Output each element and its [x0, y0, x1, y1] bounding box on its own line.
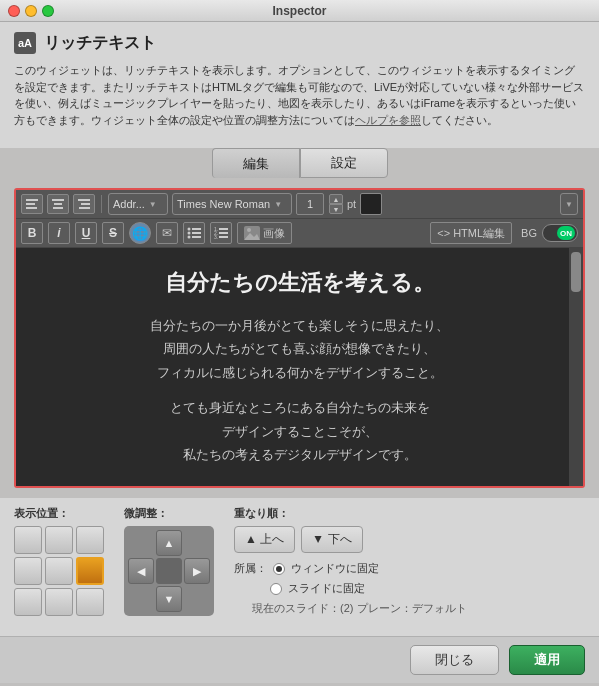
pos-btn-mc[interactable] [45, 557, 73, 585]
align-left-button[interactable] [21, 194, 43, 214]
bottom-section: 表示位置： 微調整： ▲ ◀ ▶ [0, 498, 599, 636]
pt-label: pt [347, 198, 356, 210]
align-center-button[interactable] [47, 194, 69, 214]
nudge-corner-br [184, 586, 210, 612]
nudge-left-button[interactable]: ◀ [128, 558, 154, 584]
strikethrough-button[interactable]: S [102, 222, 124, 244]
maximize-window-button[interactable] [42, 5, 54, 17]
toolbar-row1: Addr... ▼ Times New Roman ▼ 1 ▲ ▼ pt ▼ [16, 190, 583, 219]
window-controls[interactable] [8, 5, 54, 17]
svg-point-11 [188, 232, 191, 235]
position-grid [14, 526, 104, 616]
nudge-corner-bl [128, 586, 154, 612]
svg-rect-3 [52, 199, 64, 201]
svg-rect-4 [54, 203, 62, 205]
svg-rect-6 [78, 199, 90, 201]
svg-point-22 [247, 228, 251, 232]
pos-btn-tl[interactable] [14, 526, 42, 554]
nudge-corner-tr [184, 530, 210, 556]
align-right-button[interactable] [73, 194, 95, 214]
help-link[interactable]: ヘルプを参照 [355, 114, 421, 126]
toggle-knob: ON [557, 226, 575, 240]
close-button[interactable]: 閉じる [410, 645, 499, 675]
content-line-4: とても身近なところにある自分たちの未来を [150, 396, 449, 419]
overlap-label: 重なり順： [234, 506, 585, 521]
down-arrow-icon: ▲ [312, 533, 324, 547]
font-select[interactable]: Times New Roman ▼ [172, 193, 292, 215]
content-title: 自分たちの生活を考える。 [165, 268, 435, 298]
globe-icon: 🌐 [132, 226, 148, 241]
bold-button[interactable]: B [21, 222, 43, 244]
link-button[interactable]: 🌐 [129, 222, 151, 244]
belong-row-slide: スライドに固定 [270, 581, 585, 596]
radio-slide-fixed[interactable] [270, 583, 282, 595]
tab-edit[interactable]: 編集 [212, 148, 300, 178]
pos-btn-ml[interactable] [14, 557, 42, 585]
content-wrapper: 自分たちの生活を考える。 自分たちの一か月後がとても楽しそうに思えたり、 周囲の… [16, 248, 583, 486]
pos-btn-mr[interactable] [76, 557, 104, 585]
code-icon: <> [437, 227, 450, 239]
address-select[interactable]: Addr... ▼ [108, 193, 168, 215]
svg-rect-12 [192, 232, 201, 234]
position-label: 表示位置： [14, 506, 104, 521]
nudge-down-button[interactable]: ▼ [156, 586, 182, 612]
content-line-2: 周囲の人たちがとても喜ぶ顔が想像できたり、 [150, 337, 449, 360]
nudge-up-button[interactable]: ▲ [156, 530, 182, 556]
close-window-button[interactable] [8, 5, 20, 17]
position-section: 表示位置： [14, 506, 104, 616]
style-select[interactable]: ▼ [560, 193, 578, 215]
image-insert-button[interactable]: 画像 [237, 222, 292, 244]
svg-rect-1 [26, 203, 35, 205]
content-line-5: デザインすることこそが、 [150, 420, 449, 443]
nudge-right-button[interactable]: ▶ [184, 558, 210, 584]
svg-rect-5 [53, 207, 63, 209]
ordered-list-button[interactable]: 1. 2. 3. [210, 222, 232, 244]
scrollbar[interactable] [569, 248, 583, 486]
overlap-up-button[interactable]: ▲ 上へ [234, 526, 295, 553]
apply-button[interactable]: 適用 [509, 645, 585, 675]
color-picker[interactable] [360, 193, 382, 215]
window-fixed-label: ウィンドウに固定 [291, 561, 379, 576]
scrollbar-thumb[interactable] [571, 252, 581, 292]
svg-rect-8 [79, 207, 90, 209]
content-body: 自分たちの一か月後がとても楽しそうに思えたり、 周囲の人たちがとても喜ぶ顔が想像… [150, 314, 449, 466]
pos-btn-br[interactable] [76, 588, 104, 616]
bg-toggle[interactable]: ON [542, 224, 578, 242]
svg-rect-0 [26, 199, 38, 201]
chevron-down-icon: ▼ [274, 200, 282, 209]
tab-settings[interactable]: 設定 [300, 148, 388, 178]
radio-window-fixed[interactable] [273, 563, 285, 575]
rich-text-content[interactable]: 自分たちの生活を考える。 自分たちの一か月後がとても楽しそうに思えたり、 周囲の… [16, 248, 583, 486]
bg-label: BG [521, 227, 537, 239]
slide-fixed-label: スライドに固定 [288, 581, 365, 596]
chevron-down-icon: ▼ [149, 200, 157, 209]
panel-icon: aA [14, 32, 36, 54]
slide-info: 現在のスライド：(2) プレーン：デフォルト [252, 601, 585, 616]
overlap-section: 重なり順： ▲ 上へ ▲ ▲ 下へ 下へ 所属： ウィンドウに固定 スライドに固… [234, 506, 585, 616]
nudge-pad: ▲ ◀ ▶ ▼ [124, 526, 214, 616]
nudge-section: 微調整： ▲ ◀ ▶ ▼ [124, 506, 214, 616]
svg-rect-20 [219, 236, 228, 238]
unordered-list-button[interactable] [183, 222, 205, 244]
underline-button[interactable]: U [75, 222, 97, 244]
email-button[interactable]: ✉ [156, 222, 178, 244]
pos-btn-bc[interactable] [45, 588, 73, 616]
svg-rect-10 [192, 228, 201, 230]
font-size-stepper[interactable]: ▲ ▼ [329, 194, 343, 214]
overlap-buttons: ▲ 上へ ▲ ▲ 下へ 下へ [234, 526, 585, 553]
pos-btn-tr[interactable] [76, 526, 104, 554]
content-line-6: 私たちの考えるデジタルデザインです。 [150, 443, 449, 466]
pos-btn-tc[interactable] [45, 526, 73, 554]
overlap-down-button[interactable]: ▲ ▲ 下へ 下へ [301, 526, 363, 553]
italic-button[interactable]: i [48, 222, 70, 244]
minimize-window-button[interactable] [25, 5, 37, 17]
pos-btn-bl[interactable] [14, 588, 42, 616]
belong-row-window: 所属： ウィンドウに固定 [234, 561, 585, 576]
stepper-down-button[interactable]: ▼ [329, 204, 343, 214]
font-size-input[interactable]: 1 [296, 193, 324, 215]
html-edit-button[interactable]: <> HTML編集 [430, 222, 512, 244]
tab-bar: 編集 設定 [0, 148, 599, 178]
email-icon: ✉ [162, 226, 172, 240]
stepper-up-button[interactable]: ▲ [329, 194, 343, 204]
nudge-corner-tl [128, 530, 154, 556]
